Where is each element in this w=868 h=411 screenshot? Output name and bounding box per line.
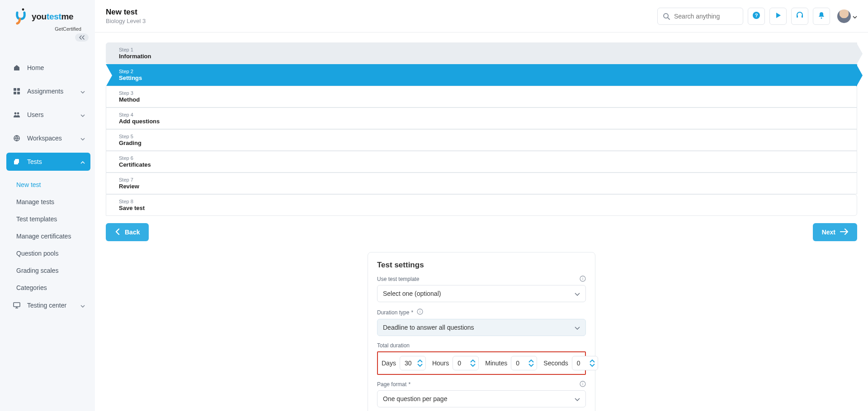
svg-point-16 xyxy=(821,17,822,19)
sidebar-collapse-button[interactable] xyxy=(75,33,89,42)
svg-rect-2 xyxy=(17,88,20,91)
seconds-label: Seconds xyxy=(543,360,568,367)
sidebar-item-label: Testing center xyxy=(27,302,66,309)
svg-text:i: i xyxy=(582,276,583,281)
assignments-icon xyxy=(13,88,21,95)
help-icon: ? xyxy=(752,11,760,21)
subnav-item[interactable]: Manage tests xyxy=(6,193,90,210)
step-label: Save test xyxy=(119,205,848,211)
svg-rect-1 xyxy=(14,88,16,91)
step-label: Certificates xyxy=(119,161,848,168)
brand-logo-icon xyxy=(14,8,27,25)
sidebar-item-label: Home xyxy=(27,64,44,71)
sidebar-item-assignments[interactable]: Assignments xyxy=(6,82,90,100)
sidebar-item-workspaces[interactable]: Workspaces xyxy=(6,129,90,147)
step-4[interactable]: Step 4Add questions xyxy=(106,107,857,129)
hours-stepper[interactable]: 0 xyxy=(453,356,479,370)
spinner-arrows-icon xyxy=(528,360,534,367)
card-title: Test settings xyxy=(377,261,586,270)
step-num: Step 3 xyxy=(119,90,848,96)
back-button[interactable]: Back xyxy=(106,223,149,241)
step-num: Step 6 xyxy=(119,155,848,161)
sidebar-item-label: Users xyxy=(27,111,44,118)
field-label: Total duration xyxy=(377,342,410,349)
info-icon[interactable]: i xyxy=(580,276,586,283)
sidebar-item-label: Assignments xyxy=(27,88,63,95)
field-total-duration: Total duration Days 30 Hours 0 Minutes 0 xyxy=(377,342,586,375)
svg-rect-9 xyxy=(14,160,18,164)
subnav-item[interactable]: Question pools xyxy=(6,245,90,262)
svg-point-5 xyxy=(14,112,17,115)
headset-icon xyxy=(796,11,804,21)
subnav-item[interactable]: New test xyxy=(6,176,90,193)
step-label: Settings xyxy=(119,75,848,81)
chevron-down-icon xyxy=(575,324,580,331)
sidebar-item-label: Tests xyxy=(27,158,42,165)
bell-icon xyxy=(817,11,826,21)
step-1[interactable]: Step 1Information xyxy=(106,42,857,64)
step-5[interactable]: Step 5Grading xyxy=(106,129,857,151)
step-6[interactable]: Step 6Certificates xyxy=(106,151,857,173)
svg-text:?: ? xyxy=(755,13,758,18)
svg-rect-3 xyxy=(14,92,16,94)
next-button[interactable]: Next xyxy=(813,223,857,241)
page-format-select[interactable]: One question per page xyxy=(377,390,586,407)
field-label: Use test template xyxy=(377,276,419,282)
total-duration-highlight: Days 30 Hours 0 Minutes 0 Seconds 0 xyxy=(377,351,586,375)
field-label: Page format xyxy=(377,381,406,388)
page-subtitle: Biology Level 3 xyxy=(106,18,146,24)
subnav-item[interactable]: Grading scales xyxy=(6,262,90,279)
subnav-item[interactable]: Categories xyxy=(6,279,90,296)
info-icon[interactable]: i xyxy=(417,308,423,316)
info-icon[interactable]: i xyxy=(580,381,586,388)
minutes-label: Minutes xyxy=(485,360,507,367)
duration-type-select[interactable]: Deadline to answer all questions xyxy=(377,319,586,336)
sidebar-item-testing-center[interactable]: Testing center xyxy=(6,296,90,314)
minutes-stepper[interactable]: 0 xyxy=(511,356,537,370)
select-value: Select one (optional) xyxy=(383,290,441,297)
wizard-nav-buttons: Back Next xyxy=(106,223,857,241)
step-7[interactable]: Step 7Review xyxy=(106,173,857,194)
search-box[interactable] xyxy=(657,8,743,25)
subnav-item[interactable]: Manage certificates xyxy=(6,228,90,245)
step-num: Step 4 xyxy=(119,112,848,117)
monitor-icon xyxy=(13,302,21,309)
search-input[interactable] xyxy=(674,13,753,20)
chevron-down-icon xyxy=(853,12,857,20)
step-8[interactable]: Step 8Save test xyxy=(106,194,857,216)
step-3[interactable]: Step 3Method xyxy=(106,86,857,107)
chevron-down-icon xyxy=(80,135,85,142)
help-button[interactable]: ? xyxy=(748,8,765,25)
days-stepper[interactable]: 30 xyxy=(400,356,426,370)
field-duration-type: Duration type * i Deadline to answer all… xyxy=(377,308,586,336)
notifications-button[interactable] xyxy=(813,8,830,25)
brand-subtitle: GetCertified xyxy=(0,26,95,32)
sidebar-item-users[interactable]: Users xyxy=(6,106,90,124)
sidebar-item-home[interactable]: Home xyxy=(6,59,90,77)
arrow-right-icon xyxy=(840,229,848,236)
play-button[interactable] xyxy=(769,8,787,25)
svg-text:i: i xyxy=(420,309,420,314)
days-label: Days xyxy=(382,360,396,367)
template-select[interactable]: Select one (optional) xyxy=(377,285,586,302)
users-icon xyxy=(13,111,21,118)
seconds-stepper[interactable]: 0 xyxy=(572,356,598,370)
spinner-arrows-icon xyxy=(470,360,476,367)
step-2[interactable]: Step 2Settings xyxy=(106,64,857,86)
svg-point-0 xyxy=(22,9,24,11)
back-button-label: Back xyxy=(125,229,140,236)
user-menu[interactable] xyxy=(835,9,857,23)
subnav-item[interactable]: Test templates xyxy=(6,210,90,228)
step-label: Review xyxy=(119,183,848,190)
sidebar-item-label: Workspaces xyxy=(27,135,62,142)
step-num: Step 2 xyxy=(119,69,848,74)
step-num: Step 7 xyxy=(119,177,848,182)
avatar xyxy=(837,9,851,23)
support-button[interactable] xyxy=(791,8,808,25)
step-label: Add questions xyxy=(119,118,848,125)
field-template: Use test template i Select one (optional… xyxy=(377,276,586,302)
step-num: Step 1 xyxy=(119,47,848,52)
sidebar-item-tests[interactable]: Tests xyxy=(6,153,90,171)
minutes-value: 0 xyxy=(516,360,519,367)
step-label: Information xyxy=(119,53,848,60)
